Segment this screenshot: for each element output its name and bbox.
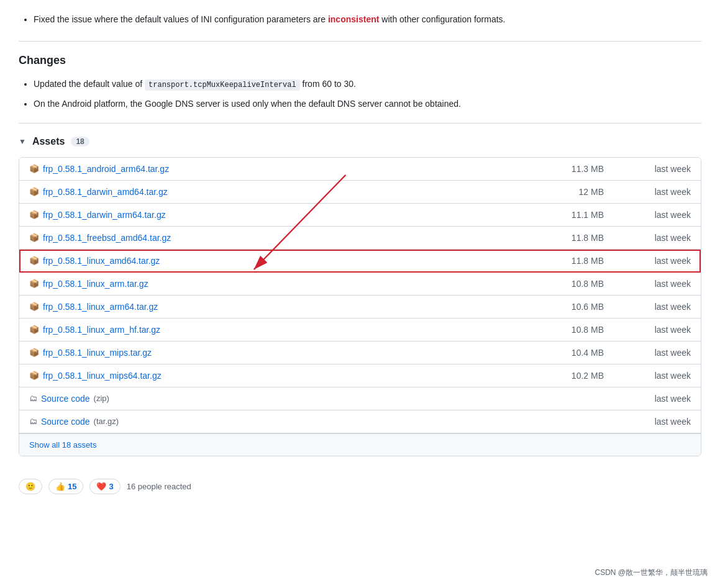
reactions-text: 16 people reacted xyxy=(127,482,191,491)
asset-link-linux-arm[interactable]: 📦 frp_0.58.1_linux_arm.tar.gz xyxy=(29,279,529,289)
intro-bullets: Fixed the issue where the default values… xyxy=(19,12,701,26)
divider-1 xyxy=(19,41,701,42)
asset-row-linux-amd64[interactable]: 📦 frp_0.58.1_linux_amd64.tar.gz 11.8 MB … xyxy=(19,250,701,273)
asset-date: last week xyxy=(641,371,691,381)
source-zip-icon: 🗂 xyxy=(29,394,37,403)
archive-icon: 📦 xyxy=(29,302,39,311)
asset-link-linux-mips64[interactable]: 📦 frp_0.58.1_linux_mips64.tar.gz xyxy=(29,371,529,381)
assets-table: 📦 frp_0.58.1_android_arm64.tar.gz 11.3 M… xyxy=(19,157,701,456)
asset-filename: frp_0.58.1_linux_mips.tar.gz xyxy=(43,348,152,358)
code-transport: transport.tcpMuxKeepaliveInterval xyxy=(145,79,300,91)
source-type-zip: (zip) xyxy=(94,394,109,403)
asset-date: last week xyxy=(641,302,691,312)
archive-icon: 📦 xyxy=(29,325,39,334)
thumbs-up-count: 15 xyxy=(68,482,76,491)
asset-date: last week xyxy=(641,394,691,404)
divider-2 xyxy=(19,123,701,124)
asset-filename: frp_0.58.1_linux_arm_hf.tar.gz xyxy=(43,325,160,335)
thumbs-up-button[interactable]: 👍 15 xyxy=(48,479,83,494)
asset-size: 10.4 MB xyxy=(529,348,604,358)
change-item-2: On the Android platform, the Google DNS … xyxy=(34,97,701,111)
source-targz-icon: 🗂 xyxy=(29,417,37,426)
asset-size: 11.1 MB xyxy=(529,210,604,220)
asset-row-linux-mips[interactable]: 📦 frp_0.58.1_linux_mips.tar.gz 10.4 MB l… xyxy=(19,341,701,364)
show-all-assets-link[interactable]: Show all 18 assets xyxy=(19,433,701,456)
asset-date: last week xyxy=(641,256,691,266)
asset-size: 10.2 MB xyxy=(529,371,604,381)
asset-link-source-targz[interactable]: 🗂 Source code (tar.gz) xyxy=(29,417,529,427)
asset-row-linux-arm-hf[interactable]: 📦 frp_0.58.1_linux_arm_hf.tar.gz 10.8 MB… xyxy=(19,319,701,341)
asset-date: last week xyxy=(641,164,691,174)
reactions-row: 🙂 👍 15 ❤️ 3 16 people reacted xyxy=(19,469,701,494)
archive-icon: 📦 xyxy=(29,233,39,242)
asset-row-linux-arm[interactable]: 📦 frp_0.58.1_linux_arm.tar.gz 10.8 MB la… xyxy=(19,273,701,296)
asset-size: 10.8 MB xyxy=(529,279,604,289)
asset-row-darwin-arm64[interactable]: 📦 frp_0.58.1_darwin_arm64.tar.gz 11.1 MB… xyxy=(19,204,701,227)
smiley-icon: 🙂 xyxy=(25,482,35,491)
asset-link-darwin-amd64[interactable]: 📦 frp_0.58.1_darwin_amd64.tar.gz xyxy=(29,187,529,197)
asset-filename: Source code xyxy=(41,417,90,427)
asset-size: 12 MB xyxy=(529,187,604,197)
asset-date: last week xyxy=(641,325,691,335)
archive-icon: 📦 xyxy=(29,348,39,357)
asset-filename: frp_0.58.1_freebsd_amd64.tar.gz xyxy=(43,233,171,243)
archive-icon: 📦 xyxy=(29,256,39,265)
assets-header: ▼ Assets 18 xyxy=(19,136,701,147)
assets-triangle-icon: ▼ xyxy=(19,137,26,146)
asset-date: last week xyxy=(641,417,691,427)
asset-link-darwin-arm64[interactable]: 📦 frp_0.58.1_darwin_arm64.tar.gz xyxy=(29,210,529,220)
asset-link-linux-arm64[interactable]: 📦 frp_0.58.1_linux_arm64.tar.gz xyxy=(29,302,529,312)
archive-icon: 📦 xyxy=(29,187,39,196)
content-area: Fixed the issue where the default values… xyxy=(19,12,701,494)
assets-count-badge: 18 xyxy=(71,137,89,147)
asset-row-android-arm64[interactable]: 📦 frp_0.58.1_android_arm64.tar.gz 11.3 M… xyxy=(19,158,701,181)
asset-filename: frp_0.58.1_android_arm64.tar.gz xyxy=(43,164,169,174)
heart-button[interactable]: ❤️ 3 xyxy=(89,479,120,494)
asset-date: last week xyxy=(641,348,691,358)
asset-row-source-targz[interactable]: 🗂 Source code (tar.gz) last week xyxy=(19,410,701,433)
asset-size: 11.3 MB xyxy=(529,164,604,174)
asset-filename: frp_0.58.1_linux_arm64.tar.gz xyxy=(43,302,158,312)
asset-row-linux-arm64[interactable]: 📦 frp_0.58.1_linux_arm64.tar.gz 10.6 MB … xyxy=(19,296,701,319)
asset-row-darwin-amd64[interactable]: 📦 frp_0.58.1_darwin_amd64.tar.gz 12 MB l… xyxy=(19,181,701,204)
archive-icon: 📦 xyxy=(29,210,39,219)
heart-count: 3 xyxy=(109,482,113,491)
asset-size: 11.8 MB xyxy=(529,256,604,266)
asset-link-linux-mips[interactable]: 📦 frp_0.58.1_linux_mips.tar.gz xyxy=(29,348,529,358)
change-item-1: Updated the default value of transport.t… xyxy=(34,77,701,91)
archive-icon: 📦 xyxy=(29,164,39,173)
asset-filename: frp_0.58.1_linux_amd64.tar.gz xyxy=(43,256,160,266)
asset-filename: frp_0.58.1_darwin_arm64.tar.gz xyxy=(43,210,166,220)
asset-size: 10.8 MB xyxy=(529,325,604,335)
thumbs-up-icon: 👍 xyxy=(55,482,65,491)
highlight-inconsistent: inconsistent xyxy=(328,14,379,24)
asset-date: last week xyxy=(641,187,691,197)
heart-icon: ❤️ xyxy=(96,482,106,491)
asset-date: last week xyxy=(641,233,691,243)
asset-link-source-zip[interactable]: 🗂 Source code (zip) xyxy=(29,394,529,404)
archive-icon: 📦 xyxy=(29,371,39,380)
source-type-targz: (tar.gz) xyxy=(94,417,119,426)
asset-filename: frp_0.58.1_darwin_amd64.tar.gz xyxy=(43,187,168,197)
asset-filename: frp_0.58.1_linux_mips64.tar.gz xyxy=(43,371,162,381)
asset-filename: Source code xyxy=(41,394,90,404)
asset-date: last week xyxy=(641,279,691,289)
changes-section: Changes Updated the default value of tra… xyxy=(19,54,701,111)
assets-wrapper: ▼ Assets 18 📦 frp_0.58.1_android_arm64.t… xyxy=(19,136,701,456)
asset-link-linux-arm-hf[interactable]: 📦 frp_0.58.1_linux_arm_hf.tar.gz xyxy=(29,325,529,335)
smiley-button[interactable]: 🙂 xyxy=(19,479,42,494)
asset-date: last week xyxy=(641,210,691,220)
asset-link-freebsd-amd64[interactable]: 📦 frp_0.58.1_freebsd_amd64.tar.gz xyxy=(29,233,529,243)
asset-row-freebsd-amd64[interactable]: 📦 frp_0.58.1_freebsd_amd64.tar.gz 11.8 M… xyxy=(19,227,701,250)
asset-link-android-arm64[interactable]: 📦 frp_0.58.1_android_arm64.tar.gz xyxy=(29,164,529,174)
asset-row-source-zip[interactable]: 🗂 Source code (zip) last week xyxy=(19,387,701,410)
asset-filename: frp_0.58.1_linux_arm.tar.gz xyxy=(43,279,148,289)
asset-size: 11.8 MB xyxy=(529,233,604,243)
asset-size: 10.6 MB xyxy=(529,302,604,312)
asset-row-linux-mips64[interactable]: 📦 frp_0.58.1_linux_mips64.tar.gz 10.2 MB… xyxy=(19,364,701,387)
archive-icon: 📦 xyxy=(29,279,39,288)
changes-heading: Changes xyxy=(19,54,66,67)
assets-heading: Assets xyxy=(32,136,65,147)
asset-link-linux-amd64[interactable]: 📦 frp_0.58.1_linux_amd64.tar.gz xyxy=(29,256,529,266)
bullet-ini-fix: Fixed the issue where the default values… xyxy=(34,12,701,26)
